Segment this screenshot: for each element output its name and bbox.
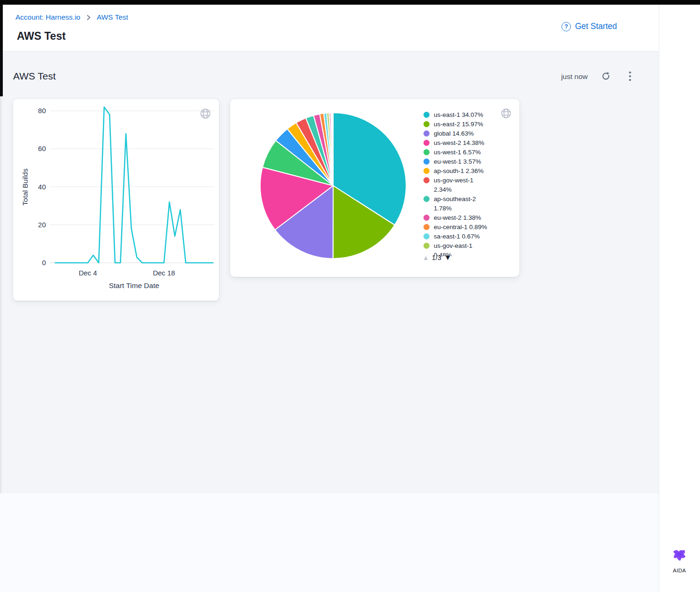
total-builds-line-chart[interactable]: 020406080Dec 4Dec 18Start Time DateTotal… xyxy=(13,99,219,301)
legend-label: eu-central-1 0.89% xyxy=(434,223,488,232)
legend-label: global 14.63% xyxy=(434,129,488,138)
legend-item-us-west-1[interactable]: us-west-1 6.57% xyxy=(423,148,489,157)
legend-pagination: ▲ 1/3 ▼ xyxy=(423,253,452,262)
legend-swatch xyxy=(423,149,430,155)
legend-item-sa-east-1[interactable]: sa-east-1 0.67% xyxy=(423,232,489,241)
y-tick-label: 60 xyxy=(38,144,46,152)
legend-item-eu-west-2[interactable]: eu-west-2 1.38% xyxy=(423,213,489,223)
aida-launcher[interactable]: AIDA xyxy=(659,545,700,573)
legend-swatch xyxy=(423,140,430,146)
legend-swatch xyxy=(423,224,430,230)
legend-label: us-gov-west-1 2.34% xyxy=(434,176,488,195)
breadcrumb-account-link[interactable]: Account: Harness.io xyxy=(15,13,80,22)
legend-label: eu-west-1 3.57% xyxy=(434,157,488,166)
legend-swatch xyxy=(423,121,430,127)
browser-top-bar xyxy=(0,0,700,5)
legend-label: us-west-2 14.38% xyxy=(434,138,488,148)
chevron-right-icon xyxy=(86,15,91,20)
legend-swatch xyxy=(423,112,430,118)
y-axis-title: Total Builds xyxy=(21,168,29,206)
y-tick-label: 20 xyxy=(38,221,46,229)
legend-label: us-west-1 6.57% xyxy=(434,148,488,157)
y-tick-label: 40 xyxy=(38,183,46,191)
dashboard-controls: just now xyxy=(561,71,635,82)
globe-icon[interactable] xyxy=(199,108,211,122)
dashboard-menu-button[interactable] xyxy=(624,71,635,82)
legend-item-ap-south-1[interactable]: ap-south-1 2.36% xyxy=(423,166,489,176)
legend-item-us-east-1[interactable]: us-east-1 34.07% xyxy=(423,110,489,120)
aida-label: AIDA xyxy=(673,568,686,573)
refresh-icon xyxy=(601,71,611,83)
total-builds-tile: 020406080Dec 4Dec 18Start Time DateTotal… xyxy=(13,99,219,301)
builds-by-region-tile: us-east-1 34.07%us-east-2 15.97%global 1… xyxy=(230,99,519,277)
x-axis-title: Start Time Date xyxy=(109,282,160,289)
legend-swatch xyxy=(423,159,430,165)
y-tick-label: 80 xyxy=(38,107,46,115)
legend-page-label: 1/3 xyxy=(432,254,441,261)
legend-label: eu-west-2 1.38% xyxy=(434,213,488,223)
legend-item-us-east-2[interactable]: us-east-2 15.97% xyxy=(423,120,489,129)
legend-label: ap-southeast-2 1.78% xyxy=(434,195,488,213)
last-refreshed-label: just now xyxy=(561,72,588,81)
legend-swatch xyxy=(423,243,430,249)
page-header xyxy=(3,5,659,51)
legend-item-eu-central-1[interactable]: eu-central-1 0.89% xyxy=(423,223,489,232)
legend-swatch xyxy=(423,168,430,174)
breadcrumb-current-link[interactable]: AWS Test xyxy=(97,13,128,22)
x-tick-label: Dec 4 xyxy=(79,269,97,277)
legend-swatch xyxy=(423,196,430,202)
legend-swatch xyxy=(423,233,430,239)
legend-page-up-icon[interactable]: ▲ xyxy=(423,254,429,261)
total-builds-series xyxy=(55,107,213,263)
get-started-label: Get Started xyxy=(575,22,617,31)
kebab-menu-icon xyxy=(629,71,631,83)
legend-item-global[interactable]: global 14.63% xyxy=(423,129,489,138)
get-started-link[interactable]: ? Get Started xyxy=(561,22,617,31)
aida-flower-icon xyxy=(671,545,688,565)
legend-item-eu-west-1[interactable]: eu-west-1 3.57% xyxy=(423,157,489,166)
legend-page-down-icon[interactable]: ▼ xyxy=(444,253,452,262)
dashboard-title: AWS Test xyxy=(13,71,56,82)
globe-icon[interactable] xyxy=(500,108,512,121)
help-circle-icon: ? xyxy=(561,22,571,31)
right-rail xyxy=(659,5,700,592)
page-title: AWS Test xyxy=(17,30,66,43)
legend-label: sa-east-1 0.67% xyxy=(434,232,488,241)
legend-swatch xyxy=(423,215,430,221)
legend-item-ap-southeast-2[interactable]: ap-southeast-2 1.78% xyxy=(423,195,489,213)
legend-label: us-east-1 34.07% xyxy=(434,110,488,120)
legend-label: us-east-2 15.97% xyxy=(434,120,488,129)
legend-swatch xyxy=(423,177,430,183)
legend-swatch xyxy=(423,130,430,137)
legend-item-us-gov-west-1[interactable]: us-gov-west-1 2.34% xyxy=(423,176,489,195)
canvas-bottom-area xyxy=(0,493,659,592)
legend-item-us-west-2[interactable]: us-west-2 14.38% xyxy=(423,138,489,148)
refresh-button[interactable] xyxy=(600,71,612,82)
x-tick-label: Dec 18 xyxy=(153,269,175,277)
left-edge-divider xyxy=(0,96,1,493)
legend-label: ap-south-1 2.36% xyxy=(434,166,488,176)
breadcrumb: Account: Harness.io AWS Test xyxy=(15,13,128,22)
y-tick-label: 0 xyxy=(42,259,46,267)
pie-legend: us-east-1 34.07%us-east-2 15.97%global 1… xyxy=(423,110,489,256)
